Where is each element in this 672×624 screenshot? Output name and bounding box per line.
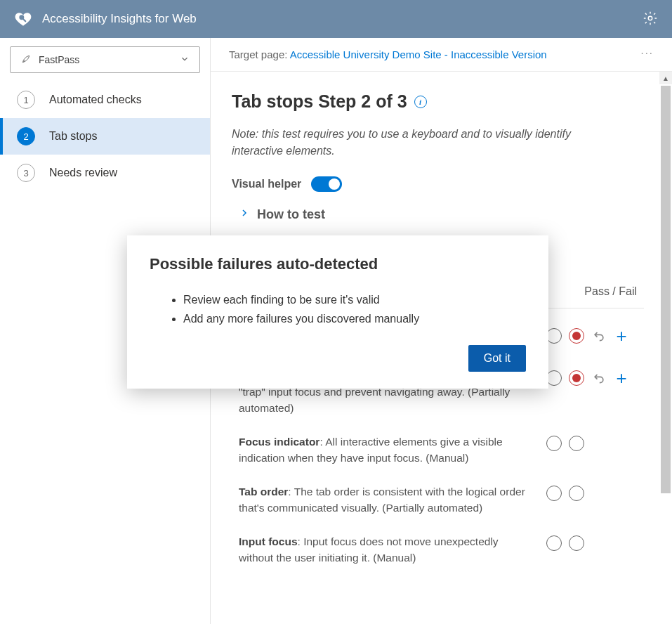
rule-text: Input focus: Input focus does not move u…	[239, 534, 534, 566]
nav-list: 1 Automated checks 2 Tab stops 3 Needs r…	[0, 76, 210, 191]
app-header: Accessibility Insights for Web	[0, 0, 672, 38]
pass-fail-controls	[546, 484, 584, 501]
rule-name: Input focus	[239, 535, 298, 547]
app-title: Accessibility Insights for Web	[42, 12, 197, 26]
pass-radio[interactable]	[546, 328, 562, 344]
test-note: Note: this test requires you to use a ke…	[232, 126, 611, 160]
step-badge: 2	[17, 127, 35, 145]
svg-point-1	[648, 16, 652, 20]
dialog-bullet-list: Review each finding to be sure it's vali…	[150, 290, 526, 328]
pass-fail-header: Pass / Fail	[584, 285, 637, 298]
pass-radio[interactable]	[546, 486, 562, 501]
got-it-button[interactable]: Got it	[468, 345, 526, 372]
rule-row: Input focus: Input focus does not move u…	[232, 534, 644, 584]
visual-helper-toggle[interactable]	[311, 176, 342, 192]
auto-detected-failures-dialog: Possible failures auto-detected Review e…	[127, 235, 548, 389]
pass-radio[interactable]	[546, 370, 562, 386]
rule-text: Focus indicator: All interactive element…	[239, 434, 534, 466]
pass-radio[interactable]	[546, 436, 562, 451]
mode-select-label: FastPass	[39, 54, 79, 65]
pass-fail-controls: +	[546, 327, 629, 344]
pass-fail-controls	[546, 534, 584, 551]
app-logo-icon	[14, 10, 32, 28]
info-icon[interactable]: i	[414, 96, 427, 108]
pass-radio[interactable]	[546, 535, 562, 551]
visual-helper-label: Visual helper	[232, 178, 301, 190]
visual-helper-row: Visual helper	[232, 176, 644, 192]
how-to-test-label: How to test	[257, 207, 325, 222]
target-page-link[interactable]: Accessible University Demo Site - Inacce…	[290, 48, 547, 60]
sidebar-item-label: Needs review	[49, 167, 117, 179]
chevron-down-icon	[180, 54, 190, 66]
undo-icon[interactable]	[591, 328, 607, 344]
fail-radio[interactable]	[569, 535, 584, 551]
rocket-icon	[20, 53, 32, 67]
chevron-right-icon	[240, 207, 249, 222]
fail-radio[interactable]	[569, 486, 584, 501]
page-title-text: Tab stops Step 2 of 3	[232, 91, 407, 112]
sidebar-item-needs-review[interactable]: 3 Needs review	[0, 155, 210, 191]
dialog-bullet: Add any more failures you discovered man…	[183, 309, 526, 328]
dialog-bullet: Review each finding to be sure it's vali…	[183, 290, 526, 309]
pass-fail-controls	[546, 434, 584, 451]
sidebar-item-label: Automated checks	[49, 93, 142, 106]
sidebar-item-label: Tab stops	[49, 130, 97, 143]
page-title: Tab stops Step 2 of 3 i	[232, 91, 644, 112]
brand: Accessibility Insights for Web	[14, 10, 197, 28]
rule-row: Focus indicator: All interactive element…	[232, 434, 644, 484]
rule-row: Tab order: The tab order is consistent w…	[232, 484, 644, 534]
how-to-test-expander[interactable]: How to test	[232, 207, 644, 222]
add-failure-icon[interactable]: +	[614, 328, 629, 344]
sidebar-item-tab-stops[interactable]: 2 Tab stops	[0, 118, 210, 155]
sidebar-item-automated-checks[interactable]: 1 Automated checks	[0, 82, 210, 118]
step-badge: 3	[17, 164, 35, 182]
step-badge: 1	[17, 91, 35, 109]
gear-icon[interactable]	[643, 11, 658, 28]
undo-icon[interactable]	[591, 370, 607, 386]
rule-name: Focus indicator	[239, 436, 319, 448]
target-bar: Target page: Accessible University Demo …	[211, 38, 672, 72]
fail-radio[interactable]	[569, 370, 584, 386]
fail-radio[interactable]	[569, 436, 584, 451]
add-failure-icon[interactable]: +	[614, 370, 629, 386]
rule-text: Tab order: The tab order is consistent w…	[239, 484, 534, 516]
more-options-button[interactable]: ···	[640, 44, 654, 65]
target-prefix: Target page:	[229, 48, 290, 60]
mode-select[interactable]: FastPass	[10, 46, 200, 73]
dialog-title: Possible failures auto-detected	[150, 255, 526, 273]
pass-fail-controls: +	[546, 369, 629, 386]
rule-name: Tab order	[239, 486, 288, 498]
fail-radio[interactable]	[569, 328, 584, 344]
